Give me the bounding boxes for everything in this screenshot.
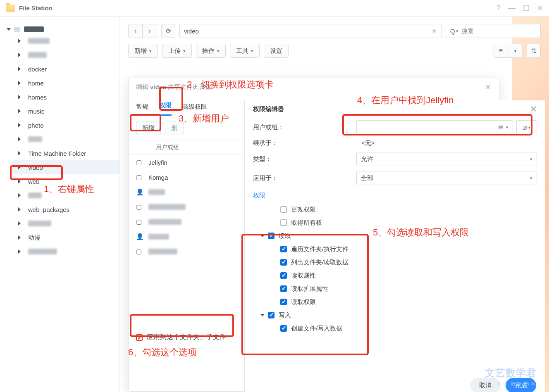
close-icon[interactable]: ✕ — [537, 4, 543, 13]
perm-read[interactable]: 读取 — [261, 229, 537, 242]
row-apply: 应用于： 全部▾ — [245, 169, 545, 188]
volume-icon — [14, 27, 20, 32]
dlg-title-pre: 编辑 — [136, 83, 148, 91]
chevron-right-icon — [18, 179, 21, 183]
perm-read-5[interactable]: 读取权限 — [280, 295, 537, 309]
perm-write-1[interactable]: 创建文件/写入数据 — [280, 322, 537, 335]
sidebar-item[interactable]: homes — [12, 90, 119, 104]
col-userorgroup: 用户或组 — [156, 144, 179, 151]
back-icon[interactable]: ‹ — [129, 24, 143, 38]
sort-button[interactable]: ⇅ — [527, 44, 541, 58]
main: dockerhomehomesmusicphotoTime Machine Fo… — [0, 17, 549, 392]
sidebar-item-label: web_packages — [28, 206, 69, 213]
checkbox[interactable] — [268, 312, 274, 318]
app-title: File Station — [19, 5, 53, 12]
sidebar-item[interactable] — [12, 216, 119, 230]
app-icon: ▢ — [136, 203, 148, 211]
chevron-right-icon — [18, 221, 21, 226]
chevron-down-icon[interactable]: ▾ — [508, 44, 522, 57]
list-view-icon[interactable]: ≡ — [494, 44, 508, 57]
nav-back-forward[interactable]: ‹ › — [128, 24, 157, 38]
tree-root[interactable] — [0, 25, 119, 34]
sidebar-item[interactable] — [12, 48, 119, 62]
tab-advanced[interactable]: 高级权限 — [182, 103, 207, 116]
edit-share-dialog: 编辑 video 共享文件夹设置 ✕ 常规 权限 高级权限 新增 删 用户或组 … — [128, 78, 499, 392]
checkbox[interactable] — [280, 272, 287, 279]
checkbox[interactable] — [280, 219, 287, 226]
sidebar-item[interactable]: music — [12, 104, 119, 118]
app-icon — [6, 5, 15, 12]
view-mode[interactable]: ≡ ▾ — [494, 44, 523, 58]
perm-read-1[interactable]: 遍历文件夹/执行文件 — [280, 242, 537, 256]
perm-read-4[interactable]: 读取扩展属性 — [280, 282, 537, 295]
sidebar-item[interactable]: docker — [12, 62, 119, 76]
refresh-button[interactable]: ⟳ — [161, 24, 175, 38]
contacts-icon[interactable]: ▤ — [498, 124, 504, 131]
checkbox[interactable] — [280, 246, 287, 252]
checkbox[interactable] — [280, 325, 287, 332]
perm-write[interactable]: 写入 — [261, 309, 537, 322]
sidebar-item-label: web — [28, 178, 40, 185]
sidebar-item[interactable] — [12, 188, 119, 202]
sidebar-item[interactable]: video — [12, 160, 119, 174]
new-button[interactable]: 新增▾ — [128, 44, 158, 58]
apply-to-row[interactable]: 应用到这个文件夹、子文件 — [136, 333, 226, 342]
app-icon: ▢ — [136, 218, 148, 226]
sidebar-item[interactable] — [12, 245, 119, 259]
user-input[interactable]: ▤ ▾ — [356, 120, 513, 134]
help-icon[interactable]: ? — [496, 4, 501, 12]
close-dialog-icon[interactable]: ✕ — [485, 82, 492, 92]
perm-change[interactable]: 更改权限 — [280, 203, 537, 216]
perm-own[interactable]: 取得所有权 — [280, 216, 537, 229]
checkbox[interactable] — [268, 233, 274, 239]
chevron-down-icon — [260, 235, 265, 237]
checkbox[interactable] — [280, 206, 287, 213]
permission-editor-dialog: 权限编辑器 ✕ 用户或组： ▤ ▾ ⎚▾ 继承于： <无> — [244, 100, 545, 392]
tab-general[interactable]: 常规 — [136, 103, 148, 116]
add-perm-button[interactable]: 新增 — [136, 121, 161, 135]
sidebar-item[interactable] — [12, 34, 119, 48]
upload-button[interactable]: 上传▾ — [162, 44, 192, 58]
dlg-title-post: 共享文件夹设置 — [168, 83, 211, 91]
checkbox[interactable] — [280, 259, 287, 266]
filter-button[interactable]: ⎚▾ — [516, 120, 537, 134]
search-box[interactable]: Q ▾ — [446, 24, 541, 38]
sidebar-item[interactable]: web_packages — [12, 202, 119, 216]
apply-select[interactable]: 全部▾ — [356, 171, 537, 185]
maximize-icon[interactable]: ❐ — [523, 4, 530, 13]
del-perm-button[interactable]: 删 — [165, 121, 184, 135]
sidebar-item[interactable]: web — [12, 174, 119, 188]
tools-button[interactable]: 工具▾ — [230, 44, 260, 58]
sidebar-item[interactable]: Time Machine Folder — [12, 146, 119, 160]
chevron-down-icon[interactable]: ▾ — [456, 29, 458, 34]
user-field[interactable] — [361, 124, 496, 131]
perm-row-label — [148, 249, 177, 254]
path-field[interactable]: video ★ — [179, 24, 442, 38]
type-select[interactable]: 允许▾ — [356, 152, 537, 166]
minimize-icon[interactable]: — — [508, 4, 516, 12]
sidebar-item[interactable]: 动漫 — [12, 230, 119, 245]
perm-read-2[interactable]: 列出文件夹/读取数据 — [280, 256, 537, 269]
settings-button[interactable]: 设置 — [264, 44, 289, 58]
chevron-right-icon — [18, 151, 21, 155]
perm-section-label: 权限 — [245, 192, 545, 200]
user-icon: 👤 — [136, 188, 148, 196]
chevron-down-icon[interactable]: ▾ — [506, 125, 508, 130]
sidebar-item[interactable]: photo — [12, 118, 119, 132]
value-inherit: <无> — [356, 139, 537, 147]
checkbox[interactable] — [280, 285, 287, 292]
apply-checkbox[interactable] — [136, 334, 143, 341]
sidebar-item[interactable] — [12, 132, 119, 146]
cancel-button[interactable]: 取消 — [470, 378, 501, 392]
close-perm-editor-icon[interactable]: ✕ — [530, 104, 537, 114]
star-icon[interactable]: ★ — [432, 27, 437, 35]
tab-permission[interactable]: 权限 — [159, 102, 172, 116]
forward-icon[interactable]: › — [143, 24, 157, 38]
search-input[interactable] — [462, 28, 536, 34]
ops-button[interactable]: 操作▾ — [196, 44, 226, 58]
title-bar: File Station ? — ❐ ✕ — [0, 0, 549, 17]
perm-read-3[interactable]: 读取属性 — [280, 269, 537, 282]
sidebar-item[interactable]: home — [12, 76, 119, 90]
sidebar-item-label — [28, 52, 47, 58]
checkbox[interactable] — [280, 299, 287, 305]
